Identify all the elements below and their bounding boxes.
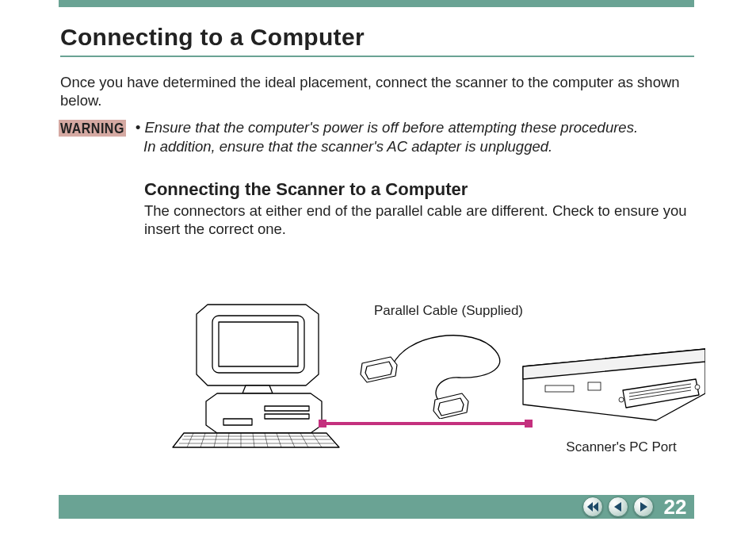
svg-marker-24 [593, 502, 598, 512]
footer-nav-bar: 22 [59, 495, 694, 519]
svg-marker-26 [640, 502, 647, 512]
warning-line-1: • Ensure that the computer's power is of… [136, 119, 638, 136]
next-page-button[interactable] [633, 497, 654, 517]
fast-back-icon [587, 502, 598, 512]
fast-back-button[interactable] [582, 497, 603, 517]
warning-line-2: In addition, ensure that the scanner's A… [143, 138, 552, 155]
warning-block: WARNING • Ensure that the computer's pow… [59, 118, 693, 157]
svg-rect-22 [588, 382, 601, 390]
svg-rect-1 [219, 322, 298, 366]
title-rule [60, 56, 694, 57]
sub-body: The connectors at either end of the para… [144, 201, 699, 239]
scanner-port-illustration [521, 347, 705, 435]
svg-point-21 [695, 385, 700, 389]
svg-rect-4 [265, 414, 309, 419]
svg-rect-19 [545, 385, 574, 392]
computer-illustration [170, 300, 344, 451]
svg-marker-23 [587, 502, 593, 512]
next-page-icon [639, 502, 648, 512]
intro-paragraph: Once you have determined the ideal place… [60, 73, 694, 110]
svg-point-20 [619, 397, 624, 402]
parallel-cable-illustration [356, 324, 538, 419]
connection-indicator-bar [322, 422, 529, 425]
illustration-area: Parallel Cable (Supplied) Scanner's PC P… [59, 284, 694, 490]
subheading: Connecting the Scanner to a Computer [144, 179, 756, 200]
warning-badge: WARNING [59, 120, 126, 136]
svg-marker-25 [614, 502, 621, 512]
page-title: Connecting to a Computer [60, 24, 756, 51]
cable-label: Parallel Cable (Supplied) [353, 303, 544, 319]
svg-rect-2 [223, 419, 252, 425]
warning-text: • Ensure that the computer's power is of… [136, 118, 674, 157]
scanner-port-label: Scanner's PC Port [550, 439, 693, 455]
prev-page-button[interactable] [608, 497, 628, 517]
svg-rect-3 [265, 406, 309, 411]
page-number: 22 [661, 495, 689, 520]
header-rule [59, 0, 694, 7]
prev-page-icon [613, 502, 623, 512]
